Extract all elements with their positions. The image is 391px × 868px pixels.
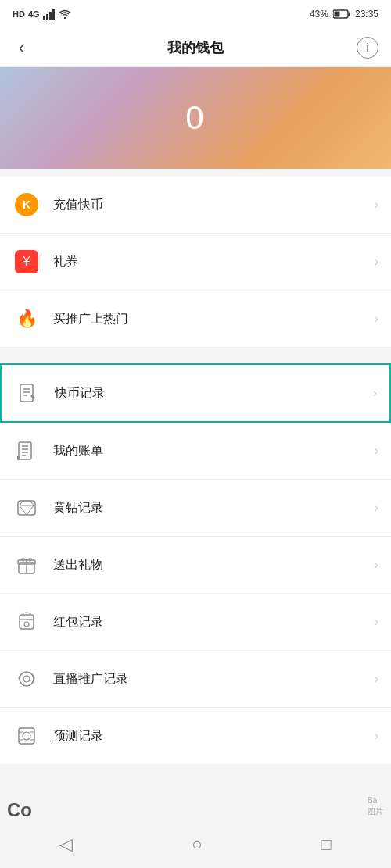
chevron-icon-gift-send: › [375, 558, 378, 572]
menu-list: K 充值快币 › ¥ 礼券 › 🔥 买推广上热门 › [0, 177, 391, 348]
fire-icon: 🔥 [13, 305, 41, 333]
menu-label-predict: 预测记录 [53, 728, 375, 745]
chevron-icon-redpack: › [375, 615, 378, 629]
svg-rect-11 [19, 442, 31, 459]
svg-point-27 [23, 676, 30, 682]
status-right: 43% 23:35 [310, 9, 378, 20]
kuaibi-record-icon [14, 379, 42, 407]
svg-rect-6 [334, 12, 339, 17]
menu-item-kuaibi-record[interactable]: 快币记录 › [0, 363, 391, 423]
svg-rect-1 [46, 14, 48, 20]
menu-label-gift-send: 送出礼物 [53, 557, 375, 573]
menu-label-live-promote: 直播推广记录 [53, 671, 375, 688]
chevron-icon-bill: › [375, 444, 378, 458]
corner-text: Co [7, 799, 32, 821]
menu-item-live-promote[interactable]: 直播推广记录 › [0, 651, 391, 708]
chevron-icon-promote: › [375, 312, 378, 326]
time: 23:35 [355, 9, 378, 20]
menu-label-kuaibi-record: 快币记录 [55, 385, 373, 402]
menu-label-promote: 买推广上热门 [53, 311, 375, 327]
page-title: 我的钱包 [167, 38, 224, 57]
chevron-icon-predict: › [375, 729, 378, 743]
svg-point-30 [23, 732, 30, 740]
menu-label-huangzuan: 黄钻记录 [53, 500, 375, 516]
menu-item-predict[interactable]: 预测记录 › [0, 708, 391, 765]
nav-recent-button[interactable]: □ [306, 827, 347, 863]
chevron-icon-coupon: › [375, 255, 378, 269]
svg-rect-16 [17, 456, 20, 460]
watermark-line1: Bai [368, 795, 383, 806]
balance-amount: 0 [185, 99, 205, 137]
nav-home-button[interactable]: ○ [176, 827, 217, 863]
info-button[interactable]: i [357, 37, 378, 59]
svg-rect-17 [18, 501, 35, 515]
svg-rect-7 [20, 384, 33, 402]
svg-rect-3 [52, 9, 55, 20]
chevron-icon-live-promote: › [375, 672, 378, 686]
gift-send-icon [13, 551, 41, 579]
menu-item-gift-send[interactable]: 送出礼物 › [0, 537, 391, 594]
nav-back-button[interactable]: ◁ [44, 827, 88, 863]
menu-item-huangzuan[interactable]: 黄钻记录 › [0, 480, 391, 537]
menu-item-coupon[interactable]: ¥ 礼券 › [0, 234, 391, 291]
wifi-icon [59, 9, 71, 20]
watermark-line2: 图片 [368, 806, 383, 817]
live-promote-icon [13, 665, 41, 693]
menu-label-recharge: 充值快币 [53, 197, 375, 213]
bottom-nav: ◁ ○ □ [0, 821, 391, 868]
bill-icon [13, 437, 41, 465]
menu-item-redpack[interactable]: 红包记录 › [0, 594, 391, 651]
hd-label: HD [13, 9, 25, 19]
battery-icon [333, 9, 350, 19]
svg-rect-2 [49, 12, 52, 20]
battery-percent: 43% [310, 9, 328, 20]
predict-icon [13, 722, 41, 750]
kuaibi-icon: K [13, 191, 41, 219]
menu-item-bill[interactable]: 我的账单 › [0, 423, 391, 480]
header: ‹ 我的钱包 i [0, 28, 391, 67]
menu-item-recharge[interactable]: K 充值快币 › [0, 177, 391, 234]
menu-item-promote[interactable]: 🔥 买推广上热门 › [0, 291, 391, 348]
redpack-icon [13, 608, 41, 636]
svg-marker-18 [20, 501, 34, 515]
separator-1 [0, 348, 391, 355]
menu-label-redpack: 红包记录 [53, 614, 375, 630]
svg-point-25 [24, 622, 29, 627]
chevron-icon-kuaibi-record: › [373, 386, 377, 400]
svg-point-26 [20, 672, 34, 686]
svg-rect-0 [43, 16, 45, 20]
balance-banner: 0 [0, 67, 391, 169]
signal-icon [43, 9, 56, 20]
coupon-icon: ¥ [13, 248, 41, 276]
menu-label-bill: 我的账单 [53, 443, 375, 459]
back-button[interactable]: ‹ [13, 32, 30, 63]
status-left: HD 4G [13, 9, 71, 20]
svg-rect-5 [348, 13, 350, 16]
chevron-icon-recharge: › [375, 198, 378, 212]
status-bar: HD 4G 43% 23:35 [0, 0, 391, 28]
menu-list-2: 快币记录 › 我的账单 › 黄钻记录 › [0, 363, 391, 765]
chevron-icon-huangzuan: › [375, 501, 378, 515]
huangzuan-icon [13, 494, 41, 522]
menu-label-coupon: 礼券 [53, 254, 375, 270]
signal-4g: 4G [28, 9, 40, 19]
watermark: Bai 图片 [368, 795, 383, 817]
svg-rect-29 [19, 728, 34, 744]
